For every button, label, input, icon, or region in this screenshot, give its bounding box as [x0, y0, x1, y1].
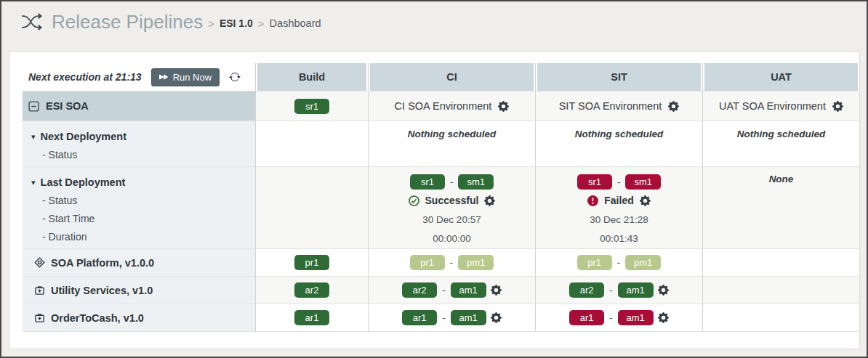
pipeline-shuffle-icon — [22, 12, 42, 32]
group-name: ESI SOA — [46, 100, 89, 112]
nothing-scheduled-text: Nothing scheduled — [703, 121, 859, 139]
column-header-uat: UAT — [702, 63, 859, 91]
app-uat-cell — [702, 276, 859, 304]
last-deployment-label: Last Deployment — [41, 174, 126, 192]
last-sit-cell: sr1 - sm1 Failed 30 Dec 21:28 00:01:43 — [535, 166, 702, 248]
next-status-label: - Status — [31, 146, 255, 164]
tag-separator: - — [442, 312, 445, 323]
next-deployment-toggle[interactable]: ▾ Next Deployment — [31, 128, 255, 146]
deployment-tag-badge: pr1 — [410, 255, 445, 270]
breadcrumb-dashboard[interactable]: Dashboard — [270, 15, 321, 29]
tag-separator: - — [450, 176, 453, 187]
application-row: SOA Platform, v1.0.0 pr1 pr1 - pm1 — [23, 248, 859, 276]
app-ci-cell: ar1 - am1 — [368, 304, 535, 332]
deployment-tag-badge: ar2 — [402, 282, 437, 298]
start-time-value: 30 Dec 20:57 — [369, 210, 535, 229]
run-now-button[interactable]: Run Now — [151, 68, 220, 86]
last-uat-cell: None — [702, 166, 859, 248]
tag-separator: - — [617, 257, 620, 268]
deployment-tag-badge: am1 — [618, 310, 654, 325]
deployment-tag-badge: am1 — [451, 282, 486, 298]
last-deployment-toggle[interactable]: ▾ Last Deployment — [31, 174, 255, 192]
application-row: Utility Services, v1.0 ar2 ar2 - am1 — [23, 276, 859, 304]
column-header-ci: CI — [368, 63, 535, 91]
gear-icon[interactable] — [491, 285, 502, 296]
table-header-row: Next execution at 21:13 Run Now Build CI — [23, 63, 859, 91]
gear-icon[interactable] — [658, 285, 669, 296]
caret-down-icon: ▾ — [31, 179, 36, 187]
status-text: Successful — [425, 195, 479, 206]
deployment-tag-badge: sm1 — [625, 174, 661, 190]
app-sit-cell: pr1 - pm1 — [535, 248, 702, 276]
uat-environment-cell: UAT SOA Environment — [702, 91, 859, 121]
app-ci-cell: pr1 - pm1 — [368, 248, 535, 276]
duration-value: 00:00:00 — [369, 229, 535, 248]
pipeline-card: Next execution at 21:13 Run Now Build CI — [9, 51, 860, 349]
last-deployment-label-cell: ▾ Last Deployment - Status - Start Time … — [23, 166, 255, 248]
sit-environment-cell: SIT SOA Environment — [535, 91, 702, 121]
group-label-cell: ESI SOA — [23, 91, 255, 121]
deployment-tag-badge: ar2 — [569, 282, 604, 298]
package-icon — [34, 312, 45, 323]
last-start-time-label: - Start Time — [31, 210, 255, 228]
nothing-scheduled-text: Nothing scheduled — [536, 121, 702, 139]
build-tag-badge: pr1 — [294, 255, 329, 270]
gear-icon[interactable] — [491, 312, 502, 323]
breadcrumb-release[interactable]: ESI 1.0 — [220, 15, 253, 29]
next-build-cell — [255, 121, 368, 166]
gear-icon[interactable] — [658, 312, 669, 323]
ci-environment-cell: CI SOA Environment — [368, 91, 535, 121]
app-window: Release Pipelines > ESI 1.0 > Dashboard … — [0, 0, 868, 358]
fast-forward-icon — [159, 73, 168, 81]
app-sit-cell: ar2 - am1 — [535, 276, 702, 304]
tag-separator: - — [617, 176, 620, 187]
run-now-label: Run Now — [173, 72, 212, 83]
deployment-tag-badge: sr1 — [410, 174, 445, 190]
page-title: Release Pipelines — [52, 11, 203, 33]
app-label-cell: Utility Services, v1.0 — [23, 276, 255, 304]
last-ci-cell: sr1 - sm1 Successful 30 Dec 20:57 00:00:… — [368, 166, 535, 248]
app-sit-cell: ar1 - am1 — [535, 304, 702, 332]
app-label-cell: SOA Platform, v1.0.0 — [23, 248, 255, 276]
deployment-tag-badge: am1 — [618, 282, 654, 298]
deployment-tag-badge: sr1 — [577, 174, 612, 190]
breadcrumb-separator: > — [258, 15, 265, 30]
app-name: SOA Platform, v1.0.0 — [51, 257, 154, 269]
next-ci-cell: Nothing scheduled — [368, 121, 535, 166]
collapse-icon[interactable] — [28, 101, 39, 112]
next-sit-cell: Nothing scheduled — [535, 121, 702, 166]
gear-icon[interactable] — [640, 195, 651, 206]
pipeline-table: Next execution at 21:13 Run Now Build CI — [23, 63, 859, 332]
application-row: OrderToCash, v1.0 ar1 ar1 - am1 — [23, 304, 859, 332]
app-ci-cell: ar2 - am1 — [368, 276, 535, 304]
build-tag-badge: ar1 — [294, 310, 329, 325]
success-check-icon — [409, 195, 419, 206]
build-tag-badge: sr1 — [294, 99, 329, 114]
last-duration-label: - Duration — [31, 228, 255, 246]
gear-icon[interactable] — [484, 195, 495, 206]
app-label-cell: OrderToCash, v1.0 — [23, 304, 255, 332]
group-build-cell: sr1 — [255, 91, 368, 121]
gear-icon[interactable] — [668, 101, 679, 112]
column-header-build: Build — [255, 63, 368, 91]
nothing-scheduled-text: Nothing scheduled — [369, 121, 535, 139]
start-time-value: 30 Dec 21:28 — [536, 210, 702, 229]
last-build-cell — [255, 166, 368, 248]
app-name: Utility Services, v1.0 — [51, 285, 153, 296]
toolbar: Next execution at 21:13 Run Now — [23, 63, 255, 91]
refresh-button[interactable] — [229, 71, 241, 83]
deployment-tag-badge: ar1 — [569, 310, 604, 325]
next-deployment-label-cell: ▾ Next Deployment - Status — [23, 121, 255, 166]
gear-icon[interactable] — [832, 101, 843, 112]
duration-value: 00:01:43 — [536, 229, 702, 248]
deployment-tag-badge: ar1 — [402, 310, 437, 325]
platform-diamond-icon — [34, 257, 45, 268]
tag-separator: - — [450, 257, 453, 268]
app-uat-cell — [702, 248, 859, 276]
gear-icon[interactable] — [498, 101, 509, 112]
last-deployment-row: ▾ Last Deployment - Status - Start Time … — [23, 166, 859, 248]
tag-separator: - — [609, 285, 612, 296]
app-build-cell: pr1 — [255, 248, 368, 276]
deployment-tag-badge: sm1 — [458, 174, 494, 190]
group-row: ESI SOA sr1 CI SOA Environment — [23, 91, 859, 121]
